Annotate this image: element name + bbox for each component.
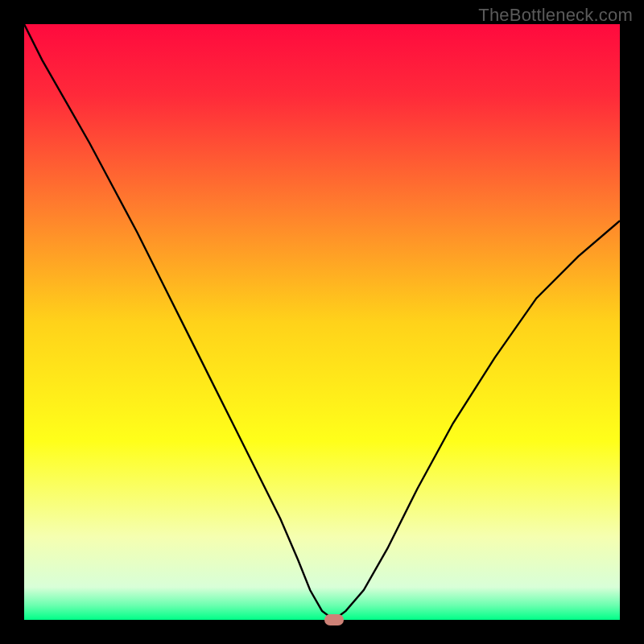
chart-background [24,24,620,620]
optimal-point-marker [324,614,344,625]
chart-svg [24,24,620,620]
watermark-text: TheBottleneck.com [478,5,633,26]
chart-area [24,24,620,620]
